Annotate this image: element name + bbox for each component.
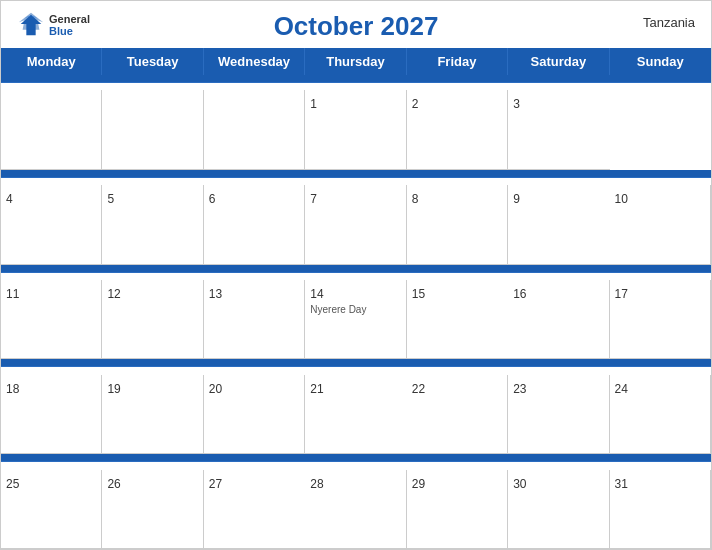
svg-marker-1	[19, 13, 43, 30]
day-cell-19: 19	[102, 375, 203, 454]
day-header-friday: Friday	[407, 48, 508, 75]
logo-general: General	[49, 13, 90, 25]
day-number-23: 23	[513, 382, 526, 396]
logo-blue: Blue	[49, 25, 90, 37]
day-cell-13: 13	[204, 280, 305, 359]
row-divider-0	[1, 75, 711, 83]
row-divider-3	[1, 359, 711, 367]
day-number-29: 29	[412, 477, 425, 491]
holiday-nyerere-day: Nyerere Day	[310, 304, 400, 315]
day-number-12: 12	[107, 287, 120, 301]
day-number-17: 17	[615, 287, 628, 301]
day-number-26: 26	[107, 477, 120, 491]
day-cell-24: 24	[610, 375, 711, 454]
day-cell-10: 10	[610, 185, 711, 264]
day-number-10: 10	[615, 192, 628, 206]
calendar-grid: 1 2 3 4 5 6 7 8 9 10	[1, 75, 711, 549]
day-number-15: 15	[412, 287, 425, 301]
row-divider-1	[1, 170, 711, 178]
day-cell-14: 14 Nyerere Day	[305, 280, 406, 359]
day-cell-7: 7	[305, 185, 406, 264]
day-cell-18: 18	[1, 375, 102, 454]
day-number-13: 13	[209, 287, 222, 301]
day-cell-empty-2	[102, 90, 203, 169]
calendar-container: General Blue October 2027 Tanzania Monda…	[0, 0, 712, 550]
day-number-8: 8	[412, 192, 419, 206]
day-number-7: 7	[310, 192, 317, 206]
day-cell-20: 20	[204, 375, 305, 454]
day-cell-15: 15	[407, 280, 508, 359]
day-number-30: 30	[513, 477, 526, 491]
day-number-18: 18	[6, 382, 19, 396]
row-divider-2	[1, 265, 711, 273]
day-cell-9: 9	[508, 185, 609, 264]
month-title: October 2027	[274, 11, 439, 42]
day-number-28: 28	[310, 477, 323, 491]
day-number-2: 2	[412, 97, 419, 111]
day-cell-6: 6	[204, 185, 305, 264]
day-header-tuesday: Tuesday	[102, 48, 203, 75]
day-number-19: 19	[107, 382, 120, 396]
day-header-saturday: Saturday	[508, 48, 609, 75]
day-number-27: 27	[209, 477, 222, 491]
day-header-sunday: Sunday	[610, 48, 711, 75]
day-number-16: 16	[513, 287, 526, 301]
day-cell-22: 22	[407, 375, 508, 454]
day-header-wednesday: Wednesday	[204, 48, 305, 75]
day-number-24: 24	[615, 382, 628, 396]
day-cell-16: 16	[508, 280, 609, 359]
day-cell-17: 17	[610, 280, 711, 359]
day-number-9: 9	[513, 192, 520, 206]
day-cell-23: 23	[508, 375, 609, 454]
day-cell-21: 21	[305, 375, 406, 454]
day-number-3: 3	[513, 97, 520, 111]
day-number-11: 11	[6, 287, 19, 301]
day-number-21: 21	[310, 382, 323, 396]
country-label: Tanzania	[643, 15, 695, 30]
day-cell-3: 3	[508, 90, 609, 169]
day-header-thursday: Thursday	[305, 48, 406, 75]
day-cell-5: 5	[102, 185, 203, 264]
logo-text: General Blue	[49, 13, 90, 37]
day-number-5: 5	[107, 192, 114, 206]
day-number-6: 6	[209, 192, 216, 206]
logo-bird-icon	[17, 11, 45, 39]
day-cell-29: 29	[407, 470, 508, 549]
day-number-31: 31	[615, 477, 628, 491]
row-divider-4	[1, 454, 711, 462]
day-cell-empty-1	[1, 90, 102, 169]
day-number-25: 25	[6, 477, 19, 491]
day-cell-25: 25	[1, 470, 102, 549]
day-cell-30: 30	[508, 470, 609, 549]
day-header-monday: Monday	[1, 48, 102, 75]
day-cell-2: 2	[407, 90, 508, 169]
day-cell-4: 4	[1, 185, 102, 264]
day-number-22: 22	[412, 382, 425, 396]
day-cell-27: 27	[204, 470, 305, 549]
day-number-20: 20	[209, 382, 222, 396]
day-cell-31: 31	[610, 470, 711, 549]
day-number-14: 14	[310, 287, 323, 301]
day-cell-26: 26	[102, 470, 203, 549]
calendar-header: General Blue October 2027 Tanzania	[1, 1, 711, 48]
day-cell-1: 1	[305, 90, 406, 169]
day-headers: Monday Tuesday Wednesday Thursday Friday…	[1, 48, 711, 75]
day-cell-12: 12	[102, 280, 203, 359]
day-number-1: 1	[310, 97, 317, 111]
day-cell-11: 11	[1, 280, 102, 359]
logo: General Blue	[17, 11, 90, 39]
day-cell-empty-3	[204, 90, 305, 169]
day-cell-8: 8	[407, 185, 508, 264]
day-number-4: 4	[6, 192, 13, 206]
day-cell-28: 28	[305, 470, 406, 549]
